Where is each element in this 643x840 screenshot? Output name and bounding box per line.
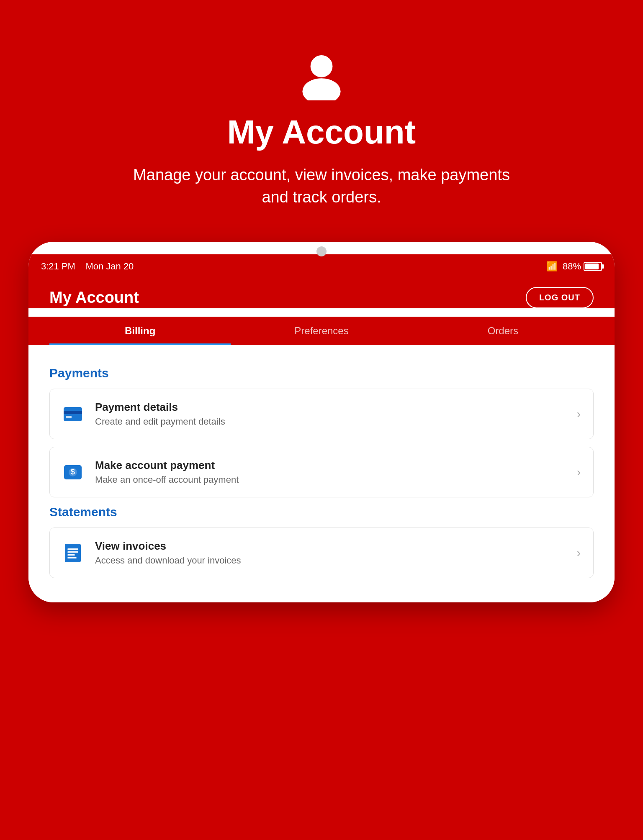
svg-rect-3 (64, 411, 82, 414)
svg-rect-12 (67, 557, 77, 558)
payments-section-title: Payments (49, 366, 594, 380)
view-invoices-item[interactable]: View invoices Access and download your i… (49, 528, 594, 578)
status-bar-time-date: 3:21 PM Mon Jan 20 (41, 261, 134, 272)
payment-details-item[interactable]: Payment details Create and edit payment … (49, 389, 594, 439)
status-bar: 3:21 PM Mon Jan 20 📶 88% (28, 254, 615, 279)
svg-text:$: $ (71, 468, 75, 476)
battery-fill (585, 264, 599, 269)
chevron-right-icon-3: › (577, 546, 581, 560)
chevron-right-icon: › (577, 407, 581, 421)
chevron-right-icon-2: › (577, 466, 581, 479)
app-header: My Account LOG OUT (28, 279, 615, 308)
view-invoices-title: View invoices (95, 540, 241, 553)
content-area: Payments Payment details Create and edit… (28, 345, 615, 602)
payment-details-title: Payment details (95, 401, 225, 414)
logout-button[interactable]: LOG OUT (526, 287, 594, 308)
credit-card-icon (62, 404, 83, 425)
view-invoices-left: View invoices Access and download your i… (62, 540, 241, 566)
header-section: My Account Manage your account, view inv… (0, 0, 643, 242)
svg-rect-11 (67, 554, 75, 556)
payment-details-text: Payment details Create and edit payment … (95, 401, 225, 427)
view-invoices-text: View invoices Access and download your i… (95, 540, 241, 566)
view-invoices-subtitle: Access and download your invoices (95, 555, 241, 566)
app-header-title: My Account (49, 289, 139, 307)
page-subtitle: Manage your account, view invoices, make… (133, 164, 510, 208)
phone-top-spacer (28, 242, 615, 254)
svg-rect-9 (67, 548, 78, 550)
phone-mockup: 3:21 PM Mon Jan 20 📶 88% My Account LOG … (28, 242, 615, 602)
svg-rect-8 (65, 544, 81, 562)
make-payment-left: $ Make account payment Make an once-off … (62, 459, 239, 485)
statements-section-title: Statements (49, 505, 594, 519)
make-payment-subtitle: Make an once-off account payment (95, 474, 239, 485)
tabs-bar: Billing Preferences Orders (28, 317, 615, 345)
battery-container: 88% (563, 261, 602, 272)
make-payment-item[interactable]: $ Make account payment Make an once-off … (49, 447, 594, 497)
battery-bar (584, 262, 602, 271)
tab-billing[interactable]: Billing (49, 317, 231, 345)
svg-rect-4 (66, 416, 72, 418)
tab-preferences[interactable]: Preferences (231, 317, 412, 345)
battery-percent: 88% (563, 261, 581, 272)
make-payment-text: Make account payment Make an once-off ac… (95, 459, 239, 485)
svg-rect-10 (67, 551, 78, 553)
page-title: My Account (227, 113, 416, 151)
status-time: 3:21 PM (41, 261, 75, 271)
wifi-icon: 📶 (546, 261, 558, 272)
make-payment-title: Make account payment (95, 459, 239, 472)
account-payment-icon: $ (62, 462, 83, 483)
payment-details-left: Payment details Create and edit payment … (62, 401, 225, 427)
status-date: Mon Jan 20 (85, 261, 134, 271)
invoice-icon (62, 543, 83, 563)
payment-details-subtitle: Create and edit payment details (95, 416, 225, 427)
svg-point-0 (311, 55, 333, 77)
status-bar-right: 📶 88% (546, 261, 602, 272)
svg-point-1 (302, 78, 340, 100)
tab-orders[interactable]: Orders (412, 317, 594, 345)
user-avatar-icon (296, 50, 347, 100)
